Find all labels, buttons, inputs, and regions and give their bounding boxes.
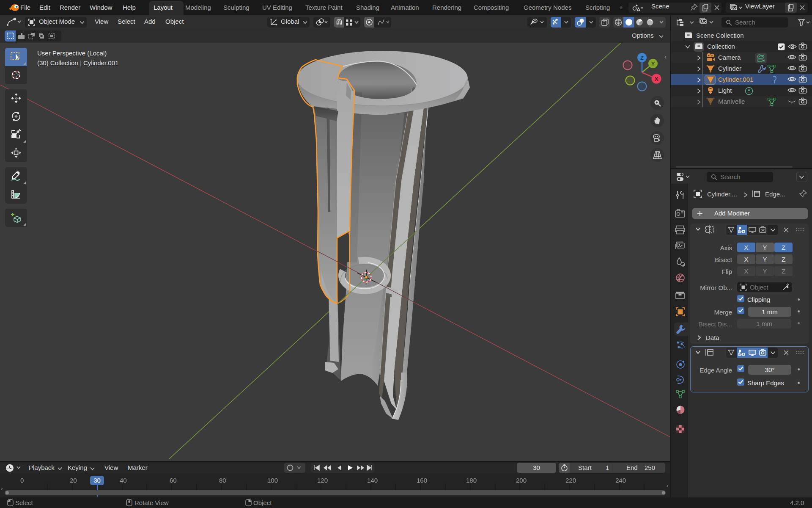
- svg-text:X: X: [655, 76, 658, 82]
- svg-text:Y: Y: [651, 61, 655, 67]
- svg-text:Z: Z: [640, 55, 644, 61]
